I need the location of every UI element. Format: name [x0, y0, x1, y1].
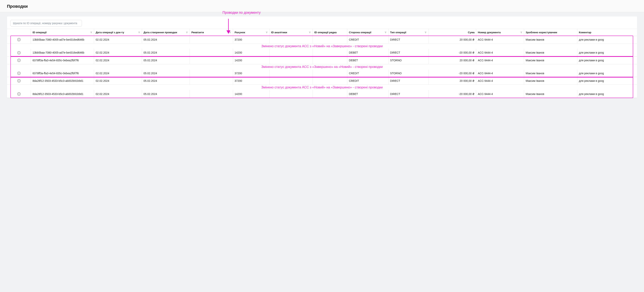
filter-icon[interactable]: [309, 31, 311, 34]
info-icon[interactable]: [17, 72, 21, 75]
cell-requisites: [190, 57, 233, 64]
cell-requisites: [190, 49, 233, 57]
svg-rect-7: [19, 52, 19, 53]
cell-made-by: Максим Іванов: [524, 36, 577, 44]
cell-analytics-id: [270, 57, 313, 64]
cell-sum: 20 000,00 ₴: [428, 77, 476, 85]
cell-doc-number: ACC-9444-4: [476, 90, 524, 98]
col-account[interactable]: Рахунок: [233, 29, 270, 36]
col-doc-date[interactable]: Дата операції з док-ту: [94, 29, 142, 36]
filter-icon[interactable]: [424, 31, 427, 34]
cell-doc-number: ACC-9444-4: [476, 77, 524, 85]
cell-id: 8da28f12-3503-4533-b5c3-ab002b91b9d1: [31, 77, 94, 85]
cell-requisites: [190, 70, 233, 77]
table-row: 6378ff3a-ffa3-4e54-835c-0ebea2fbf7f602.0…: [7, 57, 637, 64]
cell-comment: для реклами в goog: [577, 36, 637, 44]
info-icon[interactable]: [17, 38, 21, 41]
cell-doc-date: 02.02.2024: [94, 57, 142, 64]
col-doc-number[interactable]: Номер документа: [476, 29, 524, 36]
col-sum[interactable]: Сума: [428, 29, 476, 36]
search-input[interactable]: [10, 20, 82, 27]
cell-doc-date: 02.02.2024: [94, 49, 142, 57]
group-annotation: Змінено статус документа АСС з «Новий» н…: [7, 85, 637, 90]
cell-comment: для реклами в goog: [577, 57, 637, 64]
filter-icon[interactable]: [138, 31, 140, 34]
svg-rect-13: [19, 73, 19, 74]
col-type[interactable]: Тип операції: [388, 29, 428, 36]
cell-side: CREDIT: [347, 70, 388, 77]
svg-rect-16: [19, 81, 19, 82]
svg-point-9: [19, 59, 19, 60]
cell-account: 37200: [233, 70, 270, 77]
svg-point-18: [19, 93, 19, 93]
col-side[interactable]: Сторона операції: [347, 29, 388, 36]
table-row: 13bb5baa-7080-4005-ad7e-be4316ed646b02.0…: [7, 36, 637, 44]
table-row: 13bb5baa-7080-4005-ad7e-be4316ed646b02.0…: [7, 49, 637, 57]
info-icon[interactable]: [17, 59, 21, 62]
svg-point-12: [19, 73, 19, 73]
cell-analytics-id: [270, 36, 313, 44]
svg-point-15: [19, 80, 19, 81]
cell-row-id: [313, 90, 347, 98]
svg-rect-4: [19, 40, 19, 41]
cell-made-by: Максим Іванов: [524, 49, 577, 57]
info-icon[interactable]: [17, 51, 21, 55]
filter-icon[interactable]: [384, 31, 387, 34]
col-row-id[interactable]: ID операції рядка: [313, 29, 347, 36]
info-cell[interactable]: [7, 49, 31, 57]
table-row: 8da28f12-3503-4533-b5c3-ab002b91b9d102.0…: [7, 90, 637, 98]
arrow-down-icon: [226, 19, 231, 34]
cell-entry-date: 05.02.2024: [142, 49, 190, 57]
cell-comment: для реклами в goog: [577, 90, 637, 98]
cell-account: 37200: [233, 36, 270, 44]
info-cell[interactable]: [7, 57, 31, 64]
svg-marker-1: [226, 30, 230, 34]
cell-row-id: [313, 77, 347, 85]
col-analytics-id[interactable]: ID аналітики: [270, 29, 313, 36]
annotation-top-label: Проводки по документу: [222, 11, 637, 15]
cell-made-by: Максим Іванов: [524, 70, 577, 77]
cell-side: DEBET: [347, 90, 388, 98]
info-cell[interactable]: [7, 90, 31, 98]
filter-icon[interactable]: [90, 31, 92, 34]
info-icon[interactable]: [17, 79, 21, 83]
col-entry-date[interactable]: Дата створення проводки: [142, 29, 190, 36]
info-cell[interactable]: [7, 36, 31, 44]
info-icon[interactable]: [17, 92, 21, 96]
cell-account: 37200: [233, 77, 270, 85]
cell-doc-number: ACC-9444-4: [476, 49, 524, 57]
table-row: 6378ff3a-ffa3-4e54-835c-0ebea2fbf7f602.0…: [7, 70, 637, 77]
cell-made-by: Максим Іванов: [524, 57, 577, 64]
group-annotation-row: Змінено статус документа АСС з «Новий» н…: [7, 85, 637, 90]
entries-card: ID операції Дата операції з док-ту Дата …: [7, 17, 637, 98]
group-annotation: Змінено статус документа АСС з «Завершен…: [7, 64, 637, 70]
svg-rect-19: [19, 94, 19, 95]
filter-icon[interactable]: [520, 31, 522, 34]
table-header-row: ID операції Дата операції з док-ту Дата …: [7, 29, 637, 36]
svg-point-3: [19, 39, 19, 39]
entries-table: ID операції Дата операції з док-ту Дата …: [7, 29, 637, 98]
cell-doc-number: ACC-9444-4: [476, 57, 524, 64]
cell-analytics-id: [270, 49, 313, 57]
col-info: [7, 29, 31, 36]
col-id[interactable]: ID операції: [31, 29, 94, 36]
table-row: 8da28f12-3503-4533-b5c3-ab002b91b9d102.0…: [7, 77, 637, 85]
cell-id: 13bb5baa-7080-4005-ad7e-be4316ed646b: [31, 36, 94, 44]
cell-entry-date: 05.02.2024: [142, 70, 190, 77]
cell-row-id: [313, 70, 347, 77]
col-comment[interactable]: Коментар: [577, 29, 637, 36]
cell-id: 6378ff3a-ffa3-4e54-835c-0ebea2fbf7f6: [31, 70, 94, 77]
info-cell[interactable]: [7, 77, 31, 85]
filter-icon[interactable]: [266, 31, 268, 34]
cell-entry-date: 05.02.2024: [142, 57, 190, 64]
cell-comment: для реклами в goog: [577, 49, 637, 57]
filter-icon[interactable]: [186, 31, 188, 34]
cell-side: DEBET: [347, 49, 388, 57]
svg-point-6: [19, 52, 19, 52]
cell-doc-date: 02.02.2024: [94, 90, 142, 98]
cell-row-id: [313, 36, 347, 44]
cell-doc-number: ACC-9444-4: [476, 70, 524, 77]
col-made-by[interactable]: Зроблено користувачем: [524, 29, 577, 36]
info-cell[interactable]: [7, 70, 31, 77]
cell-comment: для реклами в goog: [577, 70, 637, 77]
